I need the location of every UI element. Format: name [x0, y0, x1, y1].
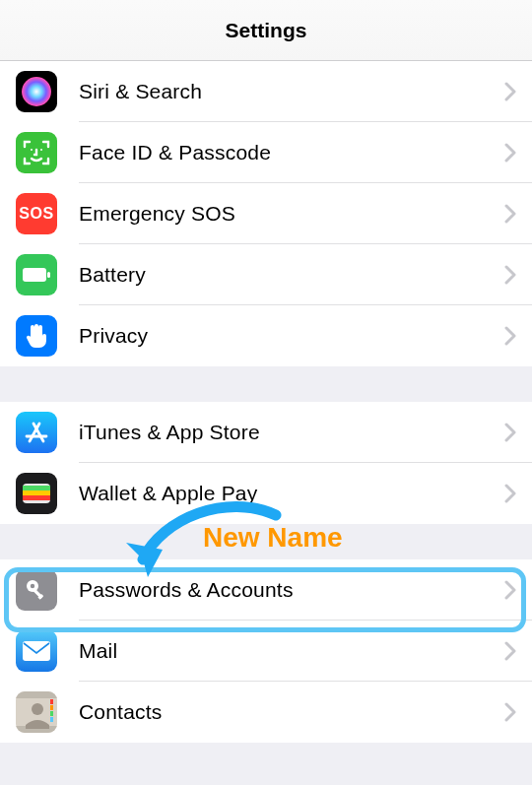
wallet-icon: [16, 473, 57, 514]
settings-group-3: Passwords & Accounts Mail: [0, 559, 532, 743]
siri-icon: [16, 71, 57, 112]
row-label: Wallet & Apple Pay: [79, 482, 497, 505]
svg-point-2: [40, 149, 42, 151]
row-label: Passwords & Accounts: [79, 578, 497, 602]
battery-icon: [16, 254, 57, 295]
chevron-right-icon: [504, 143, 516, 163]
svg-rect-9: [23, 486, 50, 491]
svg-point-13: [31, 584, 34, 588]
mail-icon: [16, 630, 57, 672]
svg-rect-22: [50, 711, 53, 716]
svg-rect-3: [23, 268, 46, 282]
chevron-right-icon: [504, 204, 516, 224]
header: Settings: [0, 0, 532, 61]
row-wallet-apple-pay[interactable]: Wallet & Apple Pay: [0, 463, 532, 524]
svg-rect-17: [16, 691, 57, 698]
chevron-right-icon: [504, 580, 516, 600]
row-label: Mail: [79, 639, 497, 663]
settings-group-2: iTunes & App Store Wallet & Apple Pay: [0, 402, 532, 524]
svg-rect-11: [23, 495, 50, 500]
row-label: Siri & Search: [79, 80, 497, 103]
page-title: Settings: [226, 19, 307, 42]
svg-rect-10: [23, 491, 50, 495]
chevron-right-icon: [504, 702, 516, 722]
chevron-right-icon: [504, 423, 516, 442]
chevron-right-icon: [504, 265, 516, 285]
row-emergency-sos[interactable]: SOS Emergency SOS: [0, 183, 532, 244]
svg-rect-16: [23, 641, 50, 661]
privacy-hand-icon: [16, 315, 57, 357]
chevron-right-icon: [504, 641, 516, 661]
svg-point-19: [32, 703, 43, 715]
svg-point-1: [31, 149, 33, 151]
sos-icon: SOS: [16, 193, 57, 234]
row-privacy[interactable]: Privacy: [0, 305, 532, 366]
row-label: Privacy: [79, 324, 497, 348]
settings-group-1: Siri & Search Face ID & Passcode: [0, 61, 532, 366]
row-passwords-accounts[interactable]: Passwords & Accounts: [0, 559, 532, 621]
row-mail[interactable]: Mail: [0, 621, 532, 682]
chevron-right-icon: [504, 82, 516, 101]
svg-rect-23: [50, 717, 53, 722]
row-label: Battery: [79, 263, 497, 287]
svg-rect-4: [47, 272, 50, 278]
row-label: Emergency SOS: [79, 202, 497, 226]
row-label: iTunes & App Store: [79, 421, 497, 444]
row-label: Face ID & Passcode: [79, 141, 497, 164]
row-itunes-app-store[interactable]: iTunes & App Store: [0, 402, 532, 463]
row-battery[interactable]: Battery: [0, 244, 532, 305]
row-contacts[interactable]: Contacts: [0, 682, 532, 743]
chevron-right-icon: [504, 484, 516, 503]
app-store-icon: [16, 412, 57, 453]
row-face-id-passcode[interactable]: Face ID & Passcode: [0, 122, 532, 183]
svg-rect-21: [50, 705, 53, 710]
annotation-label: New Name: [203, 522, 343, 554]
key-icon: [16, 569, 57, 611]
chevron-right-icon: [504, 326, 516, 346]
face-id-icon: [16, 132, 57, 173]
row-label: Contacts: [79, 700, 497, 724]
contacts-icon: [16, 691, 57, 733]
row-siri-search[interactable]: Siri & Search: [0, 61, 532, 122]
svg-rect-20: [50, 699, 53, 704]
svg-point-0: [22, 77, 51, 106]
